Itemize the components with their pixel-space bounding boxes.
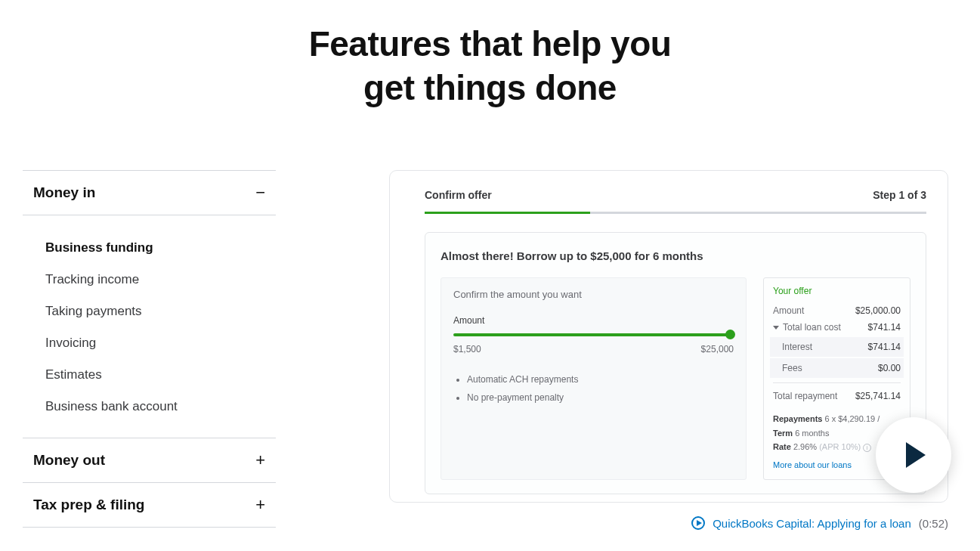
- sidebar-item-invoicing[interactable]: Invoicing: [23, 327, 276, 359]
- more-about-loans-link[interactable]: More about our loans: [773, 460, 852, 469]
- play-button[interactable]: [876, 417, 951, 493]
- sidebar-item-business-bank-account[interactable]: Business bank account: [23, 391, 276, 423]
- progress-bar: [425, 212, 926, 214]
- sidebar-item-taking-payments[interactable]: Taking payments: [23, 296, 276, 327]
- sidebar-item-business-funding[interactable]: Business funding: [23, 232, 276, 264]
- slider-max: $25,000: [701, 344, 734, 354]
- plus-icon: +: [255, 497, 265, 513]
- sidebar-item-estimates[interactable]: Estimates: [23, 359, 276, 391]
- minus-icon: −: [255, 184, 265, 201]
- amount-label: Amount: [453, 315, 734, 326]
- feature-bullets: Automatic ACH repayments No pre-payment …: [453, 374, 734, 403]
- offer-total-cost-label: Total loan cost: [773, 322, 841, 333]
- progress-fill: [425, 212, 590, 214]
- video-title-link[interactable]: QuickBooks Capital: Applying for a loan: [713, 517, 911, 530]
- sidebar-item-tracking-income[interactable]: Tracking income: [23, 264, 276, 296]
- play-icon: [906, 442, 926, 468]
- offer-amount-value: $25,000.00: [855, 305, 901, 316]
- offer-heading: Almost there! Borrow up to $25,000 for 6…: [441, 249, 910, 262]
- offer-interest-value: $741.14: [868, 342, 901, 352]
- accordion-section-money-out: Money out +: [23, 438, 276, 482]
- accordion-header-money-in[interactable]: Money in −: [23, 171, 276, 215]
- accordion-label: Tax prep & filing: [33, 497, 144, 513]
- confirm-amount-label: Confirm the amount you want: [453, 289, 734, 300]
- offer-total-cost-value: $741.14: [868, 322, 901, 333]
- title-line-1: Features that help you: [309, 24, 672, 63]
- offer-fees-value: $0.00: [878, 363, 901, 373]
- plus-icon: +: [255, 452, 265, 469]
- info-icon[interactable]: i: [863, 444, 871, 452]
- page-title: Features that help you get things done: [0, 23, 980, 110]
- video-preview-card: Confirm offer Step 1 of 3 Almost there! …: [389, 170, 948, 503]
- video-meta-row: QuickBooks Capital: Applying for a loan …: [389, 516, 948, 530]
- slider-knob-icon[interactable]: [725, 330, 735, 339]
- amount-slider[interactable]: [453, 333, 734, 336]
- offer-amount-label: Amount: [773, 305, 804, 316]
- amount-panel: Confirm the amount you want Amount $1,50…: [441, 277, 747, 480]
- slider-range: $1,500 $25,000: [453, 344, 734, 354]
- card-header: Confirm offer Step 1 of 3: [425, 189, 926, 201]
- play-circle-icon[interactable]: [691, 516, 705, 530]
- bullet-item: No pre-payment penalty: [467, 392, 734, 403]
- card-header-title: Confirm offer: [425, 189, 492, 201]
- title-line-2: get things done: [363, 68, 617, 107]
- offer-card: Almost there! Borrow up to $25,000 for 6…: [425, 232, 926, 494]
- step-indicator: Step 1 of 3: [873, 189, 926, 201]
- accordion-body-money-in: Business funding Tracking income Taking …: [23, 215, 276, 438]
- accordion-label: Money out: [33, 452, 105, 469]
- divider: [773, 382, 901, 383]
- feature-main: Confirm offer Step 1 of 3 Almost there! …: [291, 170, 980, 530]
- offer-title: Your offer: [773, 286, 901, 296]
- video-duration: (0:52): [919, 517, 948, 530]
- accordion-label: Money in: [33, 184, 95, 201]
- accordion-header-tax-prep[interactable]: Tax prep & filing +: [23, 483, 276, 527]
- accordion-section-tax-prep: Tax prep & filing +: [23, 482, 276, 528]
- accordion-section-money-in: Money in − Business funding Tracking inc…: [23, 170, 276, 438]
- offer-total-repay-value: $25,741.14: [855, 391, 901, 401]
- offer-interest-label: Interest: [773, 342, 812, 352]
- slider-min: $1,500: [453, 344, 481, 354]
- offer-fees-label: Fees: [773, 363, 802, 373]
- bullet-item: Automatic ACH repayments: [467, 374, 734, 385]
- feature-sidebar: Money in − Business funding Tracking inc…: [0, 170, 291, 530]
- chevron-down-icon: [773, 326, 779, 330]
- accordion-header-money-out[interactable]: Money out +: [23, 438, 276, 482]
- offer-total-repay-label: Total repayment: [773, 391, 837, 401]
